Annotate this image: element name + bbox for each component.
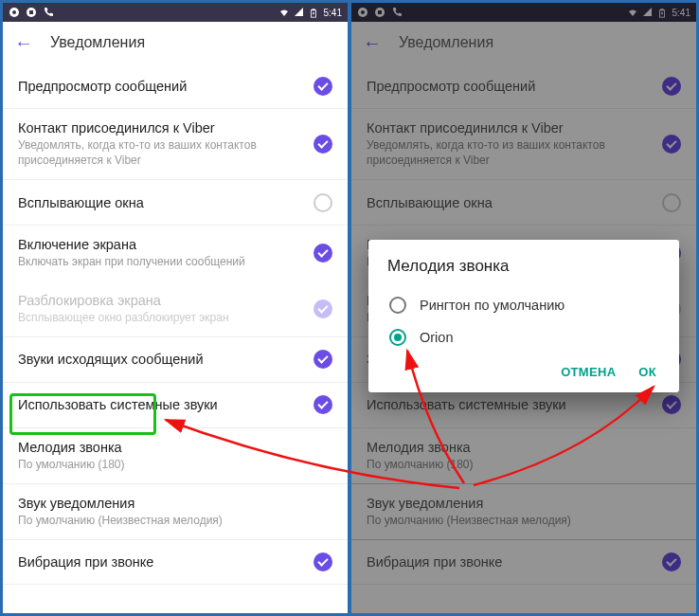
row-title: Звуки исходящих сообщений (18, 352, 304, 367)
row-outgoing[interactable]: Звуки исходящих сообщений (3, 337, 348, 383)
cancel-button[interactable]: ОТМЕНА (561, 365, 616, 379)
row-subtitle: Уведомлять, когда кто-то из ваших контак… (18, 137, 304, 168)
checkbox-icon (314, 299, 332, 318)
row-joined[interactable]: Контакт присоединился к Viber Уведомлять… (3, 109, 348, 180)
ok-button[interactable]: ОК (638, 365, 656, 379)
row-title: Использовать системные звуки (18, 397, 304, 412)
row-title: Включение экрана (18, 237, 304, 252)
row-title: Вибрация при звонке (18, 554, 304, 570)
row-unlock: Разблокировка экрана Всплывающее окно ра… (3, 281, 348, 337)
status-bar: 5:41 (3, 3, 348, 22)
chat-icon (9, 7, 20, 18)
back-icon[interactable]: ← (14, 32, 33, 54)
checkbox-icon[interactable] (314, 350, 332, 369)
checkbox-icon[interactable] (314, 77, 332, 96)
call-icon (43, 7, 54, 18)
radio-icon[interactable] (389, 329, 406, 346)
phone-right: 5:41 ← Уведомления Предпросмотр сообщени… (351, 3, 696, 613)
ringtone-dialog: Мелодия звонка Рингтон по умолчанию Orio… (368, 240, 679, 392)
row-ringtone[interactable]: Мелодия звонка По умолчанию (180) (3, 428, 348, 483)
page-title: Уведомления (50, 34, 145, 51)
row-subtitle: По умолчанию (180) (18, 457, 323, 472)
row-subtitle: По умолчанию (Неизвестная мелодия) (18, 513, 323, 528)
svg-rect-4 (312, 9, 314, 10)
checkbox-icon[interactable] (314, 395, 332, 414)
row-vibrate[interactable]: Вибрация при звонке (3, 539, 348, 585)
row-title: Всплывающие окна (18, 195, 304, 210)
checkbox-icon[interactable] (314, 135, 332, 154)
row-screenon[interactable]: Включение экрана Включать экран при полу… (3, 226, 348, 281)
signal-icon (294, 7, 305, 18)
row-title: Звук уведомления (18, 496, 323, 511)
row-notifsound[interactable]: Звук уведомления По умолчанию (Неизвестн… (3, 483, 348, 539)
svg-point-1 (12, 10, 16, 14)
row-title: Разблокировка экрана (18, 293, 304, 308)
status-time: 5:41 (324, 8, 342, 18)
row-title: Предпросмотр сообщений (18, 79, 304, 94)
radio-icon[interactable] (389, 297, 406, 314)
checkbox-icon[interactable] (314, 244, 332, 263)
radio-option-orion[interactable]: Orion (387, 321, 660, 353)
row-system[interactable]: Использовать системные звуки (3, 383, 348, 428)
app-bar: ← Уведомления (3, 22, 348, 63)
radio-label: Рингтон по умолчанию (420, 298, 565, 313)
row-popup[interactable]: Всплывающие окна (3, 180, 348, 226)
row-title: Контакт присоединился к Viber (18, 120, 304, 136)
checkbox-icon[interactable] (314, 193, 332, 212)
row-subtitle: Всплывающее окно разблокирует экран (18, 310, 304, 325)
radio-label: Orion (420, 330, 453, 345)
settings-list: Предпросмотр сообщений Контакт присоедин… (3, 63, 348, 585)
phone-left: 5:41 ← Уведомления Предпросмотр сообщени… (3, 3, 348, 613)
row-subtitle: Включать экран при получении сообщений (18, 254, 304, 269)
row-title: Мелодия звонка (18, 440, 323, 455)
battery-icon (309, 7, 320, 18)
wifi-icon (278, 7, 290, 18)
radio-option-default[interactable]: Рингтон по умолчанию (387, 289, 660, 321)
row-preview[interactable]: Предпросмотр сообщений (3, 63, 348, 109)
checkbox-icon[interactable] (314, 553, 332, 571)
viber-icon (26, 7, 37, 18)
dialog-title: Мелодия звонка (387, 257, 660, 276)
